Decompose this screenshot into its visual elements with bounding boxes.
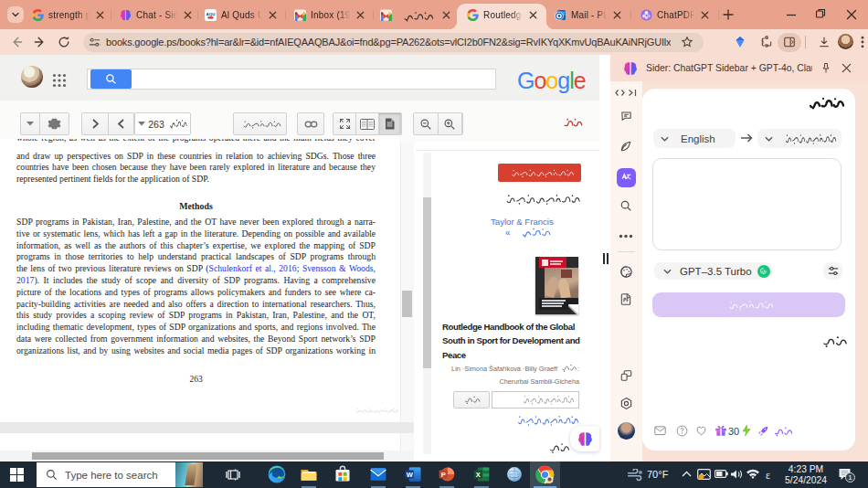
svg-text:AQU: AQU (206, 12, 216, 16)
svg-text:X: X (476, 471, 481, 479)
svg-text:W: W (407, 471, 414, 479)
svg-text:P: P (441, 471, 446, 479)
